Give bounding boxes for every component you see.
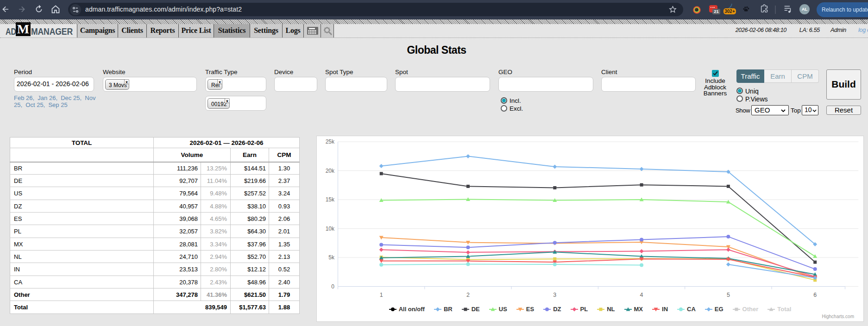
svg-text:5: 5 (727, 292, 730, 298)
svg-text:15k: 15k (326, 196, 335, 203)
svg-text:1: 1 (380, 292, 383, 298)
svg-text:25k: 25k (326, 138, 335, 145)
svg-text:10k: 10k (326, 226, 335, 232)
svg-text:4: 4 (640, 292, 643, 298)
svg-text:5k: 5k (328, 254, 335, 261)
svg-text:2: 2 (466, 292, 470, 298)
svg-text:20k: 20k (326, 168, 335, 174)
svg-text:0: 0 (331, 283, 334, 290)
svg-text:6: 6 (813, 292, 817, 298)
svg-text:3: 3 (553, 292, 556, 298)
